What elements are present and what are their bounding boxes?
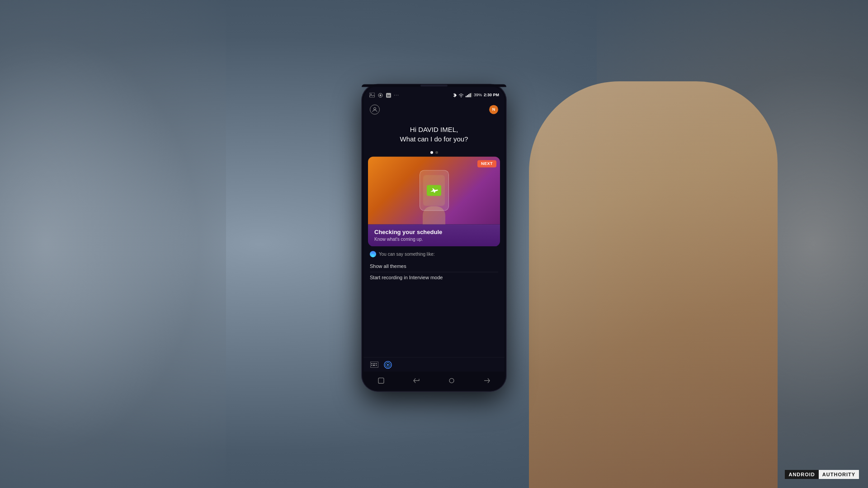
svg-rect-14 [371, 363, 372, 364]
page-indicator [363, 148, 505, 156]
svg-rect-20 [376, 365, 377, 366]
greeting-section: Hi DAVID IMEL, What can I do for you? [363, 117, 505, 148]
app-topbar: N [363, 101, 505, 117]
notification-badge[interactable]: N [489, 105, 498, 114]
svg-rect-16 [374, 363, 375, 364]
card-subtitle: Know what's coming up. [374, 237, 494, 242]
bottom-toolbar [363, 357, 505, 371]
svg-rect-15 [373, 363, 374, 364]
svg-rect-8 [467, 95, 468, 97]
greeting-line1: Hi DAVID IMEL, [373, 125, 495, 134]
svg-rect-19 [373, 365, 375, 366]
bixby-icon[interactable] [383, 360, 392, 369]
suggestion-item-1[interactable]: Show all themes [370, 261, 498, 272]
watermark-authority: AUTHORITY [819, 470, 859, 479]
wifi-icon [458, 93, 464, 97]
phone-illustration [420, 170, 449, 211]
back-button[interactable] [410, 374, 423, 387]
forward-button[interactable] [481, 374, 493, 387]
recent-apps-button[interactable] [375, 374, 387, 387]
battery-text: 39% [474, 93, 482, 97]
feature-card[interactable]: NEXT [368, 156, 500, 246]
suggestion-item-2[interactable]: Start recording in Interview mode [370, 272, 498, 283]
svg-rect-0 [369, 93, 375, 97]
watermark: ANDROID AUTHORITY [785, 470, 859, 479]
svg-point-6 [461, 96, 462, 97]
svg-point-12 [374, 108, 376, 110]
status-left-icons: in ··· [369, 92, 400, 98]
phone-device: in ··· [362, 84, 506, 391]
say-prompt-label: You can say something like: [379, 252, 435, 257]
user-profile-icon[interactable] [370, 104, 380, 114]
greeting-line2: What can I do for you? [373, 134, 495, 144]
keyboard-icon[interactable] [370, 360, 379, 369]
say-prompt-row: You can say something like: [370, 251, 498, 257]
hand-background [529, 81, 778, 488]
svg-rect-10 [470, 93, 471, 97]
at-icon [377, 92, 383, 98]
svg-rect-11 [471, 93, 472, 97]
svg-rect-17 [376, 363, 377, 364]
watermark-android: ANDROID [785, 470, 818, 479]
phone-speaker [420, 84, 448, 86]
status-bar: in ··· [363, 89, 505, 101]
bixby-orb-icon [370, 251, 376, 257]
status-right-icons: 39% 2:30 PM [453, 93, 499, 98]
svg-text:in: in [387, 94, 390, 98]
svg-rect-24 [378, 378, 384, 383]
airplane-icon [429, 187, 439, 193]
signal-icon [466, 93, 472, 97]
dot-1 [430, 151, 433, 154]
svg-point-1 [370, 94, 371, 94]
dot-2 [435, 151, 438, 154]
phone-body: in ··· [362, 84, 506, 391]
svg-point-25 [449, 378, 454, 383]
phone-topbar [362, 84, 506, 87]
bg-blur-left [0, 0, 226, 488]
suggestions-section: You can say something like: Show all the… [363, 246, 505, 357]
home-button[interactable] [445, 374, 458, 387]
phone-screen: in ··· [363, 86, 505, 389]
more-dots-icon: ··· [393, 92, 400, 98]
svg-rect-9 [468, 94, 469, 97]
card-title: Checking your schedule [374, 229, 494, 235]
time-text: 2:30 PM [484, 93, 499, 97]
card-text: Checking your schedule Know what's comin… [368, 224, 500, 246]
card-image: NEXT [368, 156, 500, 224]
svg-rect-18 [371, 365, 372, 366]
airplane-icon-box [427, 185, 441, 196]
bluetooth-icon [453, 93, 457, 98]
image-icon [369, 92, 375, 98]
svg-rect-13 [370, 361, 378, 367]
linkedin-icon: in [385, 92, 392, 98]
next-button[interactable]: NEXT [477, 160, 496, 167]
svg-rect-7 [466, 96, 467, 97]
svg-point-3 [379, 94, 381, 96]
svg-point-23 [387, 364, 389, 366]
nav-bar [363, 371, 505, 389]
